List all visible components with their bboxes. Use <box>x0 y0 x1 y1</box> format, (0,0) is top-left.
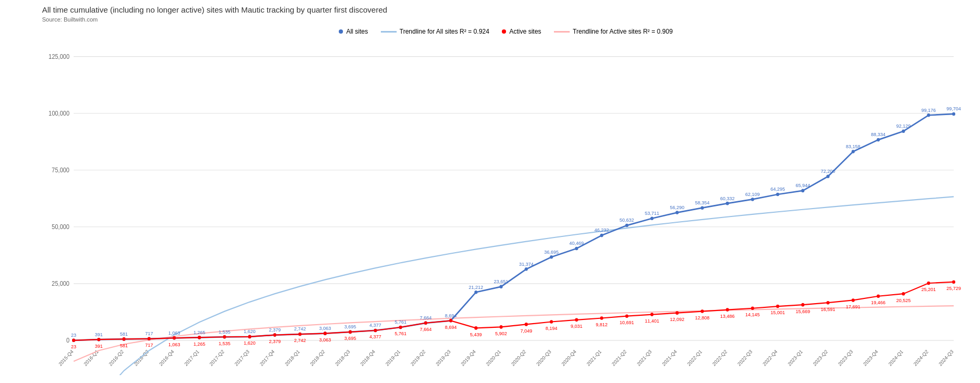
svg-text:12,092: 12,092 <box>670 316 684 323</box>
svg-text:99,176: 99,176 <box>921 107 935 113</box>
svg-text:3,063: 3,063 <box>319 337 331 343</box>
svg-point-158 <box>550 255 553 259</box>
svg-point-182 <box>852 150 855 153</box>
svg-point-170 <box>701 206 704 210</box>
svg-point-179 <box>801 303 804 307</box>
svg-text:1,535: 1,535 <box>219 340 230 346</box>
svg-point-135 <box>248 335 251 339</box>
svg-text:62,109: 62,109 <box>745 191 760 197</box>
svg-text:2021-Q2: 2021-Q2 <box>611 348 628 367</box>
svg-text:4,377: 4,377 <box>369 322 381 328</box>
svg-text:2,742: 2,742 <box>294 337 306 344</box>
active-sites-dot <box>502 29 506 34</box>
svg-text:65,944: 65,944 <box>795 182 810 189</box>
svg-text:15,669: 15,669 <box>795 308 810 314</box>
svg-text:10,691: 10,691 <box>620 319 634 326</box>
svg-text:9,812: 9,812 <box>596 321 608 327</box>
svg-text:2015-Q4: 2015-Q4 <box>57 348 74 367</box>
svg-point-153 <box>474 326 478 330</box>
svg-text:23,651: 23,651 <box>494 278 508 285</box>
legend-active-trendline: Trendline for Active sites R² = 0.909 <box>554 28 673 35</box>
svg-text:2021-Q3: 2021-Q3 <box>636 348 653 367</box>
svg-point-152 <box>474 291 478 294</box>
svg-text:50,632: 50,632 <box>620 217 634 223</box>
svg-point-165 <box>625 314 629 318</box>
svg-point-168 <box>675 211 679 214</box>
svg-text:1,620: 1,620 <box>244 328 255 335</box>
svg-point-151 <box>449 319 452 323</box>
svg-text:1,063: 1,063 <box>168 329 180 336</box>
svg-point-173 <box>726 308 729 312</box>
svg-point-123 <box>97 338 100 341</box>
svg-point-188 <box>927 113 930 117</box>
svg-point-190 <box>952 112 955 116</box>
legend: All sites Trendline for All sites R² = 0… <box>42 28 969 35</box>
svg-text:23: 23 <box>71 344 76 350</box>
svg-point-178 <box>801 189 804 193</box>
svg-text:20,525: 20,525 <box>896 297 911 303</box>
svg-point-155 <box>500 325 503 329</box>
svg-text:9,031: 9,031 <box>571 323 582 329</box>
svg-text:2017-Q4: 2017-Q4 <box>259 348 276 367</box>
svg-text:1,620: 1,620 <box>244 340 255 346</box>
svg-text:40,469: 40,469 <box>569 240 583 246</box>
svg-text:8,194: 8,194 <box>545 325 557 331</box>
svg-text:2017-Q2: 2017-Q2 <box>208 348 225 367</box>
svg-text:83,158: 83,158 <box>846 143 860 149</box>
svg-text:13,486: 13,486 <box>720 313 734 319</box>
svg-text:391: 391 <box>95 331 103 337</box>
svg-point-167 <box>650 313 653 316</box>
svg-text:2,379: 2,379 <box>269 327 280 333</box>
svg-text:717: 717 <box>145 330 153 337</box>
svg-text:581: 581 <box>120 330 128 337</box>
svg-point-133 <box>223 335 226 339</box>
svg-point-176 <box>776 193 779 196</box>
svg-text:2,742: 2,742 <box>294 326 306 332</box>
svg-point-139 <box>298 333 301 336</box>
svg-point-181 <box>826 301 830 305</box>
svg-text:125,000: 125,000 <box>48 54 69 60</box>
svg-text:2017-Q1: 2017-Q1 <box>183 348 200 367</box>
svg-text:2018-Q2: 2018-Q2 <box>309 348 326 367</box>
svg-text:58,354: 58,354 <box>695 200 709 206</box>
svg-text:5,439: 5,439 <box>470 331 482 337</box>
svg-text:1,535: 1,535 <box>219 328 230 335</box>
svg-text:64,295: 64,295 <box>771 186 785 192</box>
all-trendline-label: Trendline for All sites R² = 0.924 <box>400 28 490 35</box>
svg-point-184 <box>877 138 880 142</box>
svg-point-160 <box>575 247 578 251</box>
active-trendline-line <box>554 31 570 33</box>
svg-text:2023-Q1: 2023-Q1 <box>786 348 803 367</box>
legend-all-trendline: Trendline for All sites R² = 0.924 <box>381 28 490 35</box>
svg-text:72,200: 72,200 <box>821 168 835 174</box>
svg-text:50,000: 50,000 <box>52 224 69 231</box>
svg-text:2016-Q2: 2016-Q2 <box>108 348 125 367</box>
svg-point-125 <box>123 337 126 341</box>
all-trendline-line <box>381 31 397 33</box>
svg-text:19,466: 19,466 <box>871 299 885 306</box>
svg-text:2019-Q1: 2019-Q1 <box>385 348 401 367</box>
svg-text:2022-Q2: 2022-Q2 <box>711 348 728 367</box>
svg-point-183 <box>852 298 855 302</box>
svg-text:2024-Q1: 2024-Q1 <box>887 348 904 367</box>
svg-text:25,201: 25,201 <box>921 286 935 293</box>
svg-text:2,379: 2,379 <box>269 338 280 345</box>
svg-text:2018-Q1: 2018-Q1 <box>284 348 300 367</box>
svg-text:717: 717 <box>145 342 153 348</box>
svg-text:5,761: 5,761 <box>395 330 406 337</box>
svg-text:2023-Q3: 2023-Q3 <box>837 348 854 367</box>
svg-point-156 <box>524 267 528 271</box>
svg-text:99,704: 99,704 <box>946 106 961 112</box>
svg-text:2022-Q4: 2022-Q4 <box>762 348 779 367</box>
svg-point-161 <box>575 318 578 322</box>
main-chart: 025,00050,00075,000100,000125,0002015-Q4… <box>42 39 969 375</box>
svg-point-127 <box>147 337 150 340</box>
svg-point-171 <box>701 309 704 313</box>
svg-text:56,290: 56,290 <box>670 204 684 211</box>
svg-text:3,695: 3,695 <box>345 335 356 341</box>
svg-text:2022-Q3: 2022-Q3 <box>736 348 753 367</box>
svg-text:60,332: 60,332 <box>720 195 734 201</box>
svg-point-129 <box>173 336 176 340</box>
svg-point-186 <box>902 129 905 133</box>
svg-point-131 <box>198 336 201 339</box>
